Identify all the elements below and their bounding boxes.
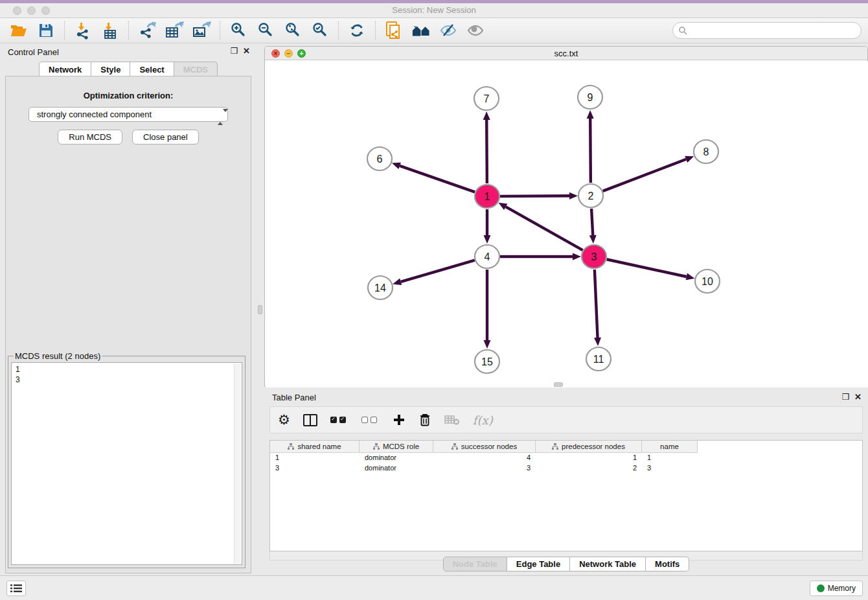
table-column-headers: shared name MCDS role successor nodes pr… [270, 441, 862, 453]
graph-edge-3-1[interactable] [506, 207, 583, 250]
task-history-button[interactable] [6, 581, 26, 596]
graph-edge-arrowhead [686, 273, 695, 281]
cell-mcds-role: dominator [360, 463, 433, 474]
graph-node-label: 15 [481, 356, 493, 367]
import-network-icon[interactable] [73, 21, 93, 40]
open-folder-icon[interactable] [9, 21, 29, 40]
column-header-successor-nodes[interactable]: successor nodes [433, 441, 536, 453]
graph-node-label: 9 [588, 92, 593, 103]
tab-network-table[interactable]: Network Table [570, 557, 646, 571]
graph-edge-2-8[interactable] [603, 159, 686, 191]
delete-table-icon [444, 411, 460, 428]
graph-edge-arrowhead [484, 340, 491, 349]
toolbar-separator [375, 21, 376, 40]
graph-edge-1-7[interactable] [486, 120, 487, 183]
graph-node-label: 10 [702, 276, 713, 287]
graph-node-label: 8 [703, 146, 709, 157]
graph-edge-arrowhead [587, 110, 594, 119]
home-view-icon[interactable] [411, 21, 431, 40]
cell-name: 1 [642, 453, 698, 463]
control-panel: Control Panel ❒ ✕ Network Style Select M… [0, 43, 257, 575]
export-image-icon[interactable] [192, 21, 211, 40]
close-panel-button[interactable]: Close panel [132, 130, 199, 144]
graph-edge-1-2[interactable] [500, 196, 569, 196]
search-icon [678, 26, 687, 35]
graph-edge-2-9[interactable] [590, 119, 591, 183]
splitter-grip-vertical[interactable] [258, 305, 262, 314]
graph-edge-2-3[interactable] [591, 209, 593, 235]
graph-edge-arrowhead [589, 235, 597, 244]
import-table-icon[interactable] [100, 21, 120, 40]
table-panel: Table Panel ❒ ✕ ⚙ f(x) shared name MCD [264, 389, 868, 575]
toolbar-separator [64, 21, 65, 40]
graph-edge-1-6[interactable] [400, 166, 475, 192]
node-table: shared name MCDS role successor nodes pr… [269, 440, 863, 551]
cell-shared-name: 3 [270, 463, 360, 474]
mcds-result-textarea[interactable]: 1 3 [11, 362, 242, 565]
delete-trash-icon[interactable] [418, 411, 431, 428]
graph-node-label: 11 [593, 354, 604, 365]
criterion-dropdown[interactable]: strongly connected component [29, 107, 228, 122]
zoom-fit-icon[interactable] [283, 21, 303, 40]
close-panel-icon[interactable]: ✕ [243, 46, 250, 56]
mcds-result-scrollbar[interactable] [234, 363, 241, 564]
memory-button[interactable]: Memory [810, 581, 863, 596]
graph-edge-4-14[interactable] [401, 260, 475, 282]
cell-successor-nodes: 4 [433, 453, 536, 463]
clone-network-icon[interactable] [384, 21, 404, 40]
graph-edge-arrowhead [594, 338, 601, 346]
tab-motifs[interactable]: Motifs [646, 557, 689, 571]
search-field[interactable] [672, 22, 862, 39]
graph-node-label: 2 [588, 190, 594, 202]
graph-edge-arrowhead [484, 235, 491, 244]
network-window-titlebar[interactable]: × − + scc.txt [265, 47, 867, 60]
status-bar: Memory [0, 575, 868, 600]
show-columns-icon[interactable] [303, 411, 317, 428]
graph-edge-arrowhead [392, 163, 401, 169]
memory-status-icon [817, 584, 825, 592]
deselect-all-icon[interactable] [361, 411, 380, 428]
column-header-shared-name[interactable]: shared name [270, 441, 360, 453]
graph-edge-3-10[interactable] [607, 259, 687, 277]
close-table-panel-icon[interactable]: ✕ [854, 392, 862, 402]
memory-label: Memory [828, 584, 856, 593]
list-icon [10, 584, 22, 593]
column-header-name[interactable]: name [642, 441, 698, 453]
run-mcds-button[interactable]: Run MCDS [58, 130, 122, 144]
tab-node-table[interactable]: Node Table [443, 557, 507, 571]
search-input[interactable] [687, 24, 861, 37]
zoom-in-icon[interactable] [229, 21, 248, 40]
mcds-result-title: MCDS result (2 nodes) [14, 351, 102, 361]
graph-edge-3-11[interactable] [595, 270, 598, 338]
splitter-grip-horizontal[interactable] [554, 382, 563, 387]
graph-node-label: 14 [374, 283, 386, 294]
tab-edge-table[interactable]: Edge Table [507, 557, 570, 571]
table-settings-gear-icon[interactable]: ⚙ [278, 411, 290, 428]
show-eye-icon[interactable] [466, 21, 485, 40]
cell-successor-nodes: 3 [433, 463, 536, 474]
network-canvas[interactable]: 1234678910111415 [266, 61, 868, 387]
add-row-plus-icon[interactable] [393, 411, 405, 428]
table-row[interactable]: 1 dominator 4 1 1 [270, 453, 862, 463]
zoom-out-icon[interactable] [256, 21, 275, 40]
select-all-icon[interactable] [330, 411, 348, 428]
graph-edge-arrowhead [685, 156, 694, 163]
graph-node-label: 4 [485, 251, 490, 262]
export-table-icon[interactable] [165, 21, 184, 40]
network-view-window: × − + scc.txt 1234678910111415 [264, 46, 868, 387]
refresh-layout-icon[interactable] [347, 21, 367, 40]
float-panel-icon[interactable]: ❒ [230, 46, 238, 56]
column-header-mcds-role[interactable]: MCDS role [360, 441, 433, 453]
float-table-panel-icon[interactable]: ❒ [841, 392, 849, 402]
dropdown-stepper-icon [218, 110, 223, 124]
column-header-predecessor-nodes[interactable]: predecessor nodes [536, 441, 642, 453]
mcds-panel-body: Optimization criterion: strongly connect… [5, 76, 251, 573]
app-titlebar: Session: New Session [0, 3, 868, 18]
export-network-icon[interactable] [137, 21, 157, 40]
hide-eye-icon[interactable] [439, 21, 458, 40]
table-row[interactable]: 3 dominator 3 2 3 [270, 463, 862, 474]
mcds-result-group: MCDS result (2 nodes) 1 3 [8, 351, 246, 568]
table-panel-title: Table Panel [272, 393, 316, 402]
save-icon[interactable] [36, 21, 56, 40]
zoom-selected-icon[interactable] [310, 21, 330, 40]
